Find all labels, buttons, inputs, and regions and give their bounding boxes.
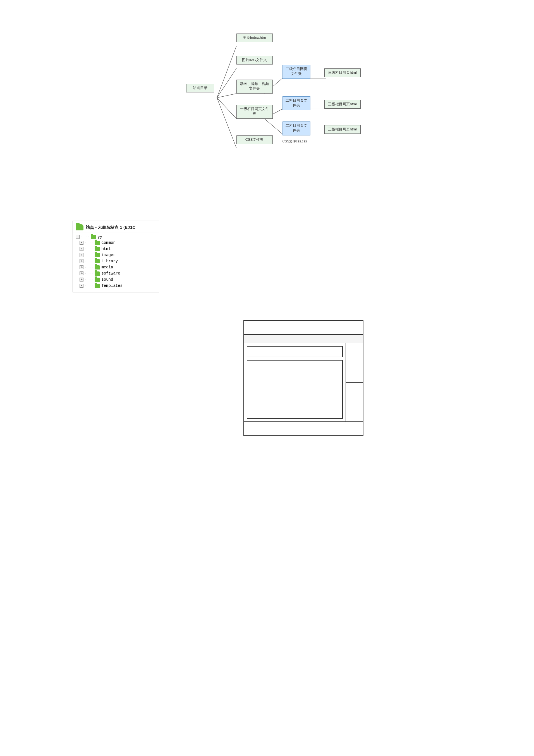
svg-line-7 — [264, 119, 283, 134]
folder-icon — [95, 278, 100, 282]
node-third3: 三级栏目网页html — [324, 125, 361, 134]
dot-line: ···· — [85, 247, 93, 251]
site-map-diagram: 站点目录 主页index.htm 图片IMG文件夹 动画、音频、视频文件夹 一级… — [0, 17, 534, 207]
node-css-folder: CSS文件夹 — [237, 135, 273, 144]
node-img-folder: 图片IMG文件夹 — [237, 56, 273, 65]
tree-item-label: software — [101, 271, 120, 276]
tree-item[interactable]: +····html — [76, 246, 159, 252]
collapse-icon[interactable]: - — [76, 235, 80, 239]
tree-item-label: common — [101, 240, 115, 245]
wireframe-inner-content — [247, 360, 343, 418]
tree-item[interactable]: +····Templates — [76, 283, 159, 289]
tree-item[interactable]: +····Library — [76, 258, 159, 264]
filetree-title: 站点 - 未命名站点 1 (E:\1C — [86, 225, 135, 230]
dot-line: ···· — [85, 284, 93, 287]
expand-icon[interactable]: + — [80, 278, 84, 282]
filetree-header: 站点 - 未命名站点 1 (E:\1C — [73, 223, 159, 233]
tree-item-label: Library — [101, 259, 118, 263]
tree-item-label: sound — [101, 277, 113, 282]
wireframe-toolbar — [244, 335, 363, 343]
folder-icon — [95, 253, 100, 257]
wireframe-right-top — [346, 343, 363, 383]
node-second-col2: 二栏目网页文件夹 — [283, 96, 310, 110]
diagram-container: 站点目录 主页index.htm 图片IMG文件夹 动画、音频、视频文件夹 一级… — [169, 17, 365, 184]
dot-line: ···· — [85, 253, 93, 256]
node-second-col3: 二栏目网页文件夹 — [283, 122, 310, 135]
folder-icon — [95, 284, 100, 288]
root-folder-label: yy — [97, 234, 102, 239]
node-media-folder: 动画、音频、视频文件夹 — [237, 80, 273, 94]
expand-icon[interactable]: + — [80, 271, 84, 275]
wireframe-right-bottom — [346, 383, 363, 421]
svg-line-0 — [217, 46, 237, 98]
tree-item[interactable]: +····common — [76, 240, 159, 246]
folder-icon — [95, 247, 100, 251]
svg-line-1 — [217, 68, 237, 98]
site-folder-icon — [76, 224, 84, 230]
wireframe-right-panel — [346, 343, 363, 421]
tree-item[interactable]: +····images — [76, 252, 159, 258]
dot-line: ···· — [85, 278, 93, 281]
tree-items-container: +····common+····html+····images+····Libr… — [76, 240, 159, 289]
expand-icon[interactable]: + — [80, 284, 84, 288]
node-third1: 三级栏目网页html — [324, 68, 361, 77]
node-root: 站点目录 — [186, 84, 214, 93]
folder-icon — [95, 271, 100, 276]
filetree-root: - ···· yy +····common+····html+····image… — [73, 233, 159, 290]
expand-icon[interactable]: + — [80, 253, 84, 257]
wireframe-footer — [244, 421, 363, 435]
tree-item-label: images — [101, 253, 115, 257]
node-second-col1: 二级栏目网页文件夹 — [283, 65, 310, 79]
svg-line-3 — [217, 98, 237, 119]
node-primary-folder: 一级栏目网页文件夹 — [237, 105, 273, 119]
tree-item-label: Templates — [101, 284, 122, 288]
filetree-section: 站点 - 未命名站点 1 (E:\1C - ···· yy +····commo… — [73, 221, 159, 292]
dot-connector: ···· — [81, 235, 89, 238]
expand-icon[interactable]: + — [80, 259, 84, 263]
wireframe-topbar — [244, 321, 363, 335]
dot-line: ···· — [85, 272, 93, 275]
wireframe-section — [243, 320, 364, 436]
filetree-root-row[interactable]: - ···· yy — [76, 234, 159, 240]
tree-item[interactable]: +····sound — [76, 277, 159, 283]
svg-line-2 — [217, 94, 237, 98]
folder-icon — [95, 259, 100, 263]
tree-item-label: media — [101, 265, 113, 269]
wireframe-left-panel — [244, 343, 346, 421]
wireframe-main — [244, 343, 363, 421]
svg-line-4 — [217, 98, 237, 148]
tree-item[interactable]: +····software — [76, 270, 159, 277]
expand-icon[interactable]: + — [80, 265, 84, 269]
expand-icon[interactable]: + — [80, 241, 84, 245]
dot-line: ···· — [85, 241, 93, 244]
tree-item[interactable]: +····media — [76, 264, 159, 270]
dot-line: ···· — [85, 266, 93, 269]
node-index: 主页index.htm — [237, 34, 273, 42]
wireframe-inner-top — [247, 346, 343, 357]
node-third2: 三级栏目网页html — [324, 100, 361, 109]
dot-line: ···· — [85, 259, 93, 263]
folder-icon — [95, 265, 100, 269]
node-css-file: CSS文件css.css — [283, 139, 307, 144]
tree-item-label: html — [101, 247, 111, 251]
folder-icon — [95, 241, 100, 245]
expand-icon[interactable]: + — [80, 247, 84, 251]
root-folder-icon — [91, 235, 96, 239]
